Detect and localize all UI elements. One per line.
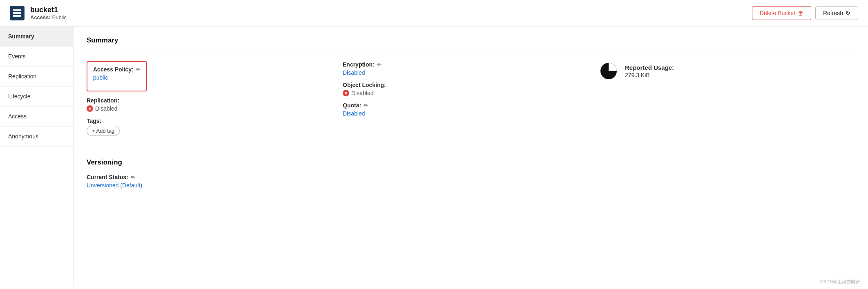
- encryption-value[interactable]: Disabled: [343, 69, 587, 76]
- sidebar-item-lifecycle[interactable]: Lifecycle: [0, 87, 73, 107]
- summary-grid: Access Policy: ✏ public Replication: ✕ D…: [87, 61, 855, 142]
- sidebar-item-replication[interactable]: Replication: [0, 67, 73, 87]
- layout: Summary Events Replication Lifecycle Acc…: [0, 27, 868, 287]
- add-tag-button[interactable]: + Add tag: [87, 126, 120, 136]
- header-left: bucket1 Access: Public: [10, 6, 67, 20]
- sidebar-item-events[interactable]: Events: [0, 47, 73, 67]
- header-title: bucket1 Access: Public: [30, 6, 67, 20]
- quota-edit-icon[interactable]: ✏: [364, 102, 368, 109]
- main-content: Summary Access Policy: ✏ public Replicat…: [74, 27, 868, 287]
- access-policy-box: Access Policy: ✏ public: [87, 61, 147, 91]
- object-locking-label: Object Locking:: [343, 82, 587, 88]
- refresh-button[interactable]: Refresh ↻: [815, 6, 858, 20]
- header: bucket1 Access: Public Delete Bucket 🗑 R…: [0, 0, 868, 27]
- replication-value: ✕ Disabled: [87, 105, 330, 112]
- tags-value: + Add tag: [87, 126, 330, 136]
- access-policy-value[interactable]: public: [93, 74, 141, 81]
- usage-section: Reported Usage: 279.3 KiB: [599, 61, 843, 81]
- watermark: CSDN@山河亦同安: [820, 279, 860, 285]
- current-status-value[interactable]: Unversioned (Default): [87, 182, 855, 189]
- divider-versioning: [87, 150, 855, 150]
- object-locking-value: ✕ Disabled: [343, 90, 587, 96]
- current-status-label: Current Status: ✏: [87, 174, 855, 180]
- replication-label: Replication:: [87, 97, 330, 104]
- access-policy-edit-icon[interactable]: ✏: [136, 67, 141, 73]
- access-info: Access: Public: [30, 14, 67, 20]
- versioning-section: Versioning Current Status: ✏ Unversioned…: [87, 158, 855, 189]
- usage-info: Reported Usage: 279.3 KiB: [625, 64, 674, 78]
- bucket-name: bucket1: [30, 6, 67, 14]
- usage-circle-chart: [599, 61, 618, 81]
- encryption-edit-icon[interactable]: ✏: [377, 62, 382, 68]
- replication-x-icon: ✕: [87, 105, 93, 112]
- summary-col-3: Reported Usage: 279.3 KiB: [599, 61, 855, 142]
- summary-col-1: Access Policy: ✏ public Replication: ✕ D…: [87, 61, 343, 142]
- quota-label: Quota: ✏: [343, 102, 587, 109]
- tags-label: Tags:: [87, 118, 330, 124]
- access-policy-label: Access Policy: ✏: [93, 66, 141, 73]
- object-locking-group: Object Locking: ✕ Disabled: [343, 82, 587, 96]
- trash-icon: 🗑: [798, 10, 803, 16]
- quota-value[interactable]: Disabled: [343, 110, 587, 117]
- sidebar: Summary Events Replication Lifecycle Acc…: [0, 27, 74, 287]
- encryption-group: Encryption: ✏ Disabled: [343, 61, 587, 76]
- delete-bucket-button[interactable]: Delete Bucket 🗑: [752, 6, 811, 20]
- sidebar-item-access[interactable]: Access: [0, 107, 73, 127]
- sidebar-item-anonymous[interactable]: Anonymous: [0, 127, 73, 147]
- usage-value: 279.3 KiB: [625, 72, 674, 78]
- encryption-label: Encryption: ✏: [343, 61, 587, 68]
- divider-top: [87, 53, 855, 53]
- page-title: Summary: [87, 36, 855, 44]
- current-status-edit-icon[interactable]: ✏: [131, 174, 135, 180]
- quota-group: Quota: ✏ Disabled: [343, 102, 587, 117]
- object-locking-x-icon: ✕: [343, 90, 349, 96]
- usage-title: Reported Usage:: [625, 64, 674, 71]
- bucket-icon: [10, 6, 25, 20]
- versioning-title: Versioning: [87, 158, 855, 167]
- sidebar-item-summary[interactable]: Summary: [0, 27, 73, 47]
- summary-col-2: Encryption: ✏ Disabled Object Locking: ✕…: [343, 61, 599, 142]
- header-actions: Delete Bucket 🗑 Refresh ↻: [752, 6, 858, 20]
- access-value: Public: [52, 14, 67, 20]
- refresh-icon: ↻: [846, 10, 850, 16]
